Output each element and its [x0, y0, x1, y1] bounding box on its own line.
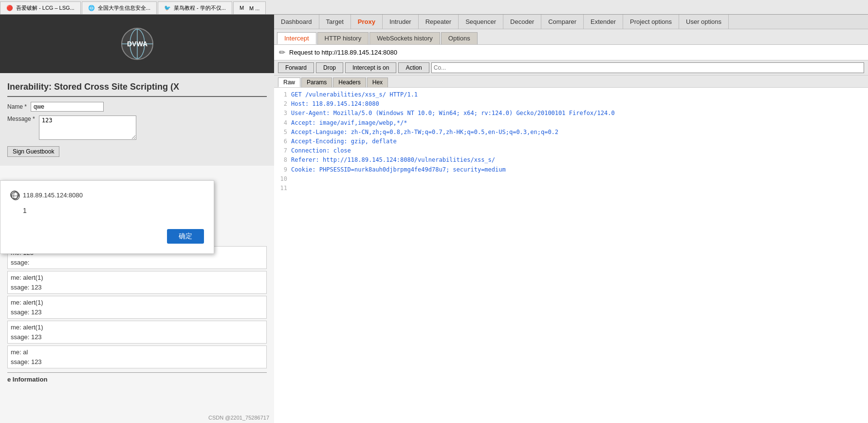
alert-ok-button[interactable]: 确定 [167, 229, 204, 244]
sign-form-row: Sign Guestbook [7, 144, 267, 157]
browser-tab-3[interactable]: 🐦 菜鸟教程 - 学的不仅... [158, 1, 232, 14]
alert-message: 1 [10, 207, 204, 214]
tab-label-1: 吾爱破解 - LCG – LSG... [16, 4, 74, 12]
req-tab-params[interactable]: Params [301, 77, 332, 87]
nav-item-decoder[interactable]: Decoder [503, 15, 541, 29]
gb-name-3: me: alert(1) [11, 298, 263, 308]
dvwa-body: Inerability: Stored Cross Site Scripting… [0, 73, 274, 166]
nav-item-repeater[interactable]: Repeater [419, 15, 459, 29]
message-textarea[interactable]: 123 [39, 115, 136, 140]
dvwa-logo: DVWA [113, 27, 162, 61]
tab-options[interactable]: Options [441, 32, 478, 44]
request-text[interactable]: GET /vulnerabilities/xss_s/ HTTP/1.1 Hos… [291, 90, 866, 421]
alert-dialog: 118.89.145.124:8080 1 确定 [0, 180, 214, 254]
tab-intercept[interactable]: Intercept [277, 32, 316, 44]
request-url: Request to http://118.89.145.124:8080 [289, 49, 397, 56]
tab-favicon-3: 🐦 [164, 5, 171, 12]
dvwa-header: DVWA [0, 15, 274, 73]
gb-msg-2: ssage: 123 [11, 283, 263, 292]
message-form-row: Message * 123 [7, 115, 267, 140]
nav-item-sequencer[interactable]: Sequencer [459, 15, 503, 29]
forward-button[interactable]: Forward [278, 62, 314, 73]
name-label: Name * [7, 103, 27, 110]
list-item: me: alert(1) ssage: 123 [7, 321, 267, 344]
tab-http-history[interactable]: HTTP history [317, 32, 369, 44]
tab-favicon-2: 🌐 [88, 5, 95, 12]
gb-msg-5: ssage: 123 [11, 357, 263, 367]
gb-msg-3: ssage: 123 [11, 308, 263, 317]
browser-tab-2[interactable]: 🌐 全国大学生信息安全... [82, 1, 157, 14]
comment-input[interactable] [431, 62, 864, 73]
list-item: me: alert(1) ssage: 123 [7, 271, 267, 294]
req-tab-headers[interactable]: Headers [333, 77, 366, 87]
browser-tab-4[interactable]: M M ... [233, 1, 266, 14]
nav-item-extender[interactable]: Extender [584, 15, 623, 29]
browser-content: DVWA Inerability: Stored Cross Site Scri… [0, 15, 274, 423]
guestbook-entries: me: 123 ssage: me: alert(1) ssage: 123 m… [0, 244, 274, 388]
nav-item-target[interactable]: Target [319, 15, 351, 29]
request-info-bar: ✏ Request to http://118.89.145.124:8080 [274, 45, 868, 60]
line-numbers: 1234567891011 [274, 90, 291, 421]
alert-header: 118.89.145.124:8080 [10, 191, 204, 199]
pencil-icon: ✏ [279, 48, 285, 57]
req-tab-raw[interactable]: Raw [278, 77, 300, 87]
message-label: Message * [7, 115, 35, 122]
burp-subnav: Intercept HTTP history WebSockets histor… [274, 29, 868, 45]
name-form-row: Name * [7, 102, 267, 112]
action-button[interactable]: Action [398, 62, 429, 73]
burp-nav: Dashboard Target Proxy Intruder Repeater… [274, 15, 868, 29]
list-item: me: al ssage: 123 [7, 346, 267, 368]
more-info-label: e Information [7, 372, 267, 386]
tab-favicon-4: M [240, 5, 246, 12]
nav-item-project-options[interactable]: Project options [623, 15, 679, 29]
drop-button[interactable]: Drop [316, 62, 343, 73]
name-input[interactable] [31, 102, 104, 112]
tab-label-4: M ... [249, 5, 259, 11]
main-container: DVWA Inerability: Stored Cross Site Scri… [0, 15, 868, 423]
browser-tab-bar: 🔴 吾爱破解 - LCG – LSG... 🌐 全国大学生信息安全... 🐦 菜… [0, 0, 868, 15]
nav-item-proxy[interactable]: Proxy [351, 15, 383, 29]
alert-host: 118.89.145.124:8080 [23, 192, 83, 199]
nav-item-intruder[interactable]: Intruder [383, 15, 419, 29]
sign-guestbook-button[interactable]: Sign Guestbook [7, 146, 59, 157]
watermark: CSDN @2201_75286717 [208, 415, 269, 421]
request-content: 1234567891011 GET /vulnerabilities/xss_s… [274, 88, 868, 423]
gb-name-4: me: alert(1) [11, 323, 263, 332]
gb-msg-1: ssage: [11, 258, 263, 268]
toolbar-row: Forward Drop Intercept is on Action [274, 60, 868, 76]
nav-item-comparer[interactable]: Comparer [541, 15, 584, 29]
nav-item-user-options[interactable]: User options [679, 15, 729, 29]
dvwa-page-title: Inerability: Stored Cross Site Scripting… [7, 78, 267, 97]
alert-footer: 确定 [10, 229, 204, 244]
tab-label-3: 菜鸟教程 - 学的不仅... [174, 4, 226, 12]
svg-text:DVWA: DVWA [127, 40, 148, 48]
req-tab-hex[interactable]: Hex [367, 77, 388, 87]
gb-msg-4: ssage: 123 [11, 332, 263, 342]
list-item: me: alert(1) ssage: 123 [7, 296, 267, 319]
tab-favicon-1: 🔴 [6, 5, 13, 12]
gb-name-5: me: al [11, 347, 263, 357]
burp-panel: Dashboard Target Proxy Intruder Repeater… [274, 15, 868, 423]
gb-name-2: me: alert(1) [11, 273, 263, 283]
browser-tab-1[interactable]: 🔴 吾爱破解 - LCG – LSG... [0, 1, 81, 14]
nav-item-dashboard[interactable]: Dashboard [274, 15, 319, 29]
globe-icon [10, 191, 19, 199]
tab-label-2: 全国大学生信息安全... [98, 4, 150, 12]
request-subtabs: Raw Params Headers Hex [274, 76, 868, 88]
intercept-toggle-button[interactable]: Intercept is on [345, 62, 396, 73]
tab-websockets-history[interactable]: WebSockets history [369, 32, 440, 44]
